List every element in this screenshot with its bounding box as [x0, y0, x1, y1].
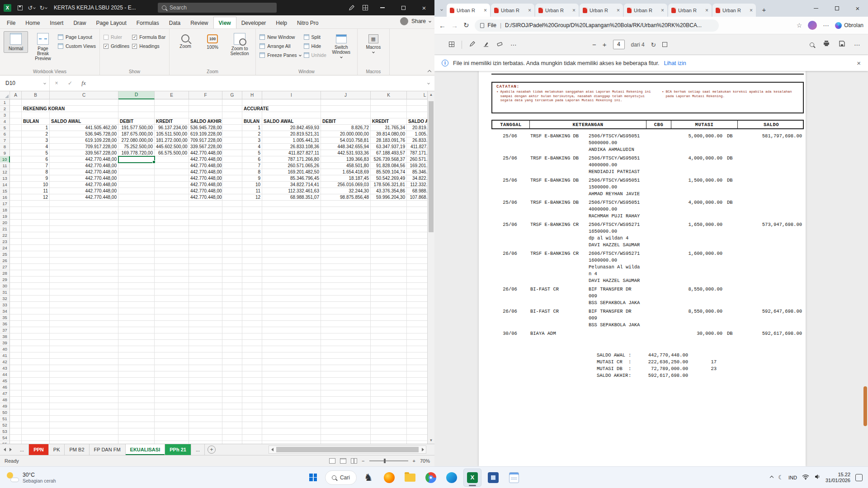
- cell-G31[interactable]: [222, 289, 242, 296]
- column-header-B[interactable]: B: [22, 91, 50, 99]
- cell-L50[interactable]: [407, 409, 427, 416]
- row-header-52[interactable]: 52: [0, 422, 10, 428]
- cell-K28[interactable]: [371, 270, 407, 277]
- pdf-erase-icon[interactable]: [496, 41, 503, 49]
- cell-I19[interactable]: [262, 213, 321, 220]
- cell-C28[interactable]: [50, 270, 118, 277]
- cell-H5[interactable]: 1: [242, 125, 262, 131]
- hide-button[interactable]: Hide: [304, 43, 326, 49]
- cell-F33[interactable]: [189, 302, 222, 308]
- cell-J2[interactable]: [321, 106, 371, 112]
- headings-checkbox[interactable]: ✓Headings: [132, 43, 165, 49]
- cell-C25[interactable]: [50, 251, 118, 258]
- cell-B46[interactable]: [22, 384, 50, 390]
- cell-E43[interactable]: [155, 365, 189, 371]
- cell-I50[interactable]: [262, 409, 321, 416]
- cell-H6[interactable]: 2: [242, 131, 262, 137]
- cell-A11[interactable]: [10, 163, 22, 169]
- cell-B45[interactable]: [22, 378, 50, 384]
- cell-D37[interactable]: [118, 327, 155, 333]
- cell-E25[interactable]: [155, 251, 189, 258]
- cell-E36[interactable]: [155, 321, 189, 327]
- cell-C7[interactable]: 619.109.228,00: [50, 137, 118, 144]
- cell-B22[interactable]: [22, 232, 50, 239]
- cell-J10[interactable]: 139.366,83: [321, 156, 371, 163]
- cell-A15[interactable]: [10, 188, 22, 194]
- cell-I37[interactable]: [262, 327, 321, 333]
- cell-J12[interactable]: 1.654.418,69: [321, 169, 371, 175]
- cell-G30[interactable]: [222, 283, 242, 289]
- notification-icon[interactable]: [855, 474, 863, 481]
- cell-A36[interactable]: [10, 321, 22, 327]
- cell-H41[interactable]: [242, 352, 262, 359]
- excel-search-box[interactable]: Search: [158, 3, 277, 13]
- cell-I9[interactable]: 411.827.827,11: [262, 150, 321, 156]
- cell-C13[interactable]: 442.770.448,00: [50, 175, 118, 182]
- cell-A52[interactable]: [10, 422, 22, 428]
- cell-F45[interactable]: [189, 378, 222, 384]
- profile-avatar[interactable]: [808, 21, 817, 30]
- cell-G54[interactable]: [222, 435, 242, 441]
- cell-C15[interactable]: 442.770.448,00: [50, 188, 118, 194]
- cell-H15[interactable]: 11: [242, 188, 262, 194]
- notepad-button[interactable]: [505, 469, 523, 487]
- cell-E38[interactable]: [155, 333, 189, 340]
- cell-H19[interactable]: [242, 213, 262, 220]
- cell-B20[interactable]: [22, 220, 50, 226]
- cell-B38[interactable]: [22, 333, 50, 340]
- cell-G3[interactable]: [222, 112, 242, 118]
- row-header-48[interactable]: 48: [0, 397, 10, 403]
- cell-K34[interactable]: [371, 308, 407, 314]
- save-button[interactable]: [14, 0, 26, 15]
- cell-J24[interactable]: [321, 245, 371, 251]
- cell-A21[interactable]: [10, 226, 22, 232]
- formula-bar-checkbox[interactable]: ✓Formula Bar: [132, 34, 165, 40]
- row-header-39[interactable]: 39: [0, 340, 10, 346]
- cell-G37[interactable]: [222, 327, 242, 333]
- cell-H23[interactable]: [242, 239, 262, 245]
- cell-D34[interactable]: [118, 308, 155, 314]
- cell-H10[interactable]: 6: [242, 156, 262, 163]
- column-header-E[interactable]: E: [155, 91, 189, 99]
- cell-C39[interactable]: [50, 340, 118, 346]
- cell-K32[interactable]: [371, 296, 407, 302]
- cell-I45[interactable]: [262, 378, 321, 384]
- row-header-1[interactable]: 1: [0, 99, 10, 106]
- cell-I48[interactable]: [262, 397, 321, 403]
- scroll-left-icon[interactable]: [269, 448, 275, 451]
- cell-A14[interactable]: [10, 182, 22, 188]
- cell-L7[interactable]: 26.833.108,36: [407, 137, 427, 144]
- cell-J54[interactable]: [321, 435, 371, 441]
- cell-B18[interactable]: [22, 207, 50, 213]
- cell-K9[interactable]: 67.188.493,57: [371, 150, 407, 156]
- row-header-33[interactable]: 33: [0, 302, 10, 308]
- cell-H11[interactable]: 7: [242, 163, 262, 169]
- firefox-button[interactable]: [380, 469, 398, 487]
- cell-E53[interactable]: [155, 428, 189, 435]
- pdf-tools-more-icon[interactable]: ⋯: [510, 41, 517, 48]
- cell-E49[interactable]: [155, 403, 189, 409]
- cell-L40[interactable]: [407, 346, 427, 352]
- ribbon-tab-view[interactable]: View: [213, 17, 236, 28]
- cell-E23[interactable]: [155, 239, 189, 245]
- cell-L43[interactable]: [407, 365, 427, 371]
- cell-L9[interactable]: 787.171.266,80: [407, 150, 427, 156]
- row-header-53[interactable]: 53: [0, 428, 10, 435]
- cell-L53[interactable]: [407, 428, 427, 435]
- excel-close-button[interactable]: ×: [414, 0, 434, 15]
- cell-E18[interactable]: [155, 207, 189, 213]
- cell-D47[interactable]: [118, 390, 155, 397]
- cell-B8[interactable]: 4: [22, 144, 50, 150]
- cell-E26[interactable]: [155, 258, 189, 264]
- cell-G23[interactable]: [222, 239, 242, 245]
- cell-H42[interactable]: [242, 359, 262, 365]
- cell-G15[interactable]: [222, 188, 242, 194]
- tab-close-icon[interactable]: ×: [661, 7, 664, 14]
- cell-K29[interactable]: [371, 277, 407, 283]
- pdf-highlight-icon[interactable]: [483, 41, 489, 49]
- row-header-6[interactable]: 6: [0, 131, 10, 137]
- tab-close-icon[interactable]: ×: [484, 7, 487, 14]
- cell-H28[interactable]: [242, 270, 262, 277]
- cell-B27[interactable]: [22, 264, 50, 270]
- cell-D2[interactable]: [118, 106, 155, 112]
